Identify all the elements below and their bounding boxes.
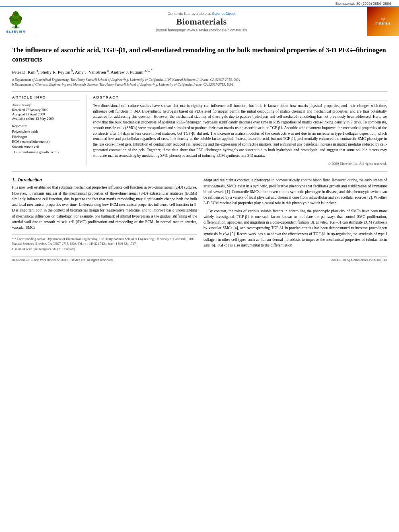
affiliations: a Department of Biomedical Engineering, … <box>12 78 387 87</box>
article-info-heading: ARTICLE INFO <box>12 95 80 101</box>
svg-point-2 <box>12 26 20 29</box>
homepage-text: journal homepage: www.elsevier.com/locat… <box>156 28 247 32</box>
svg-point-10 <box>12 19 13 20</box>
keywords-heading: Keywords: <box>12 124 80 128</box>
elsevier-logo-section: ELSEVIER <box>0 7 36 36</box>
article-info-abstract-row: ARTICLE INFO Article history: Received 2… <box>12 95 387 166</box>
footnote-area: * * Corresponding author. Department of … <box>12 234 197 251</box>
keyword-3: ECM (extracellular matrix) <box>12 139 80 144</box>
abstract-text: Two-dimensional cell culture studies hav… <box>93 103 387 159</box>
citation-text: Biomaterials 30 (2009) 3854–3864 <box>335 2 391 6</box>
intro-title: Introduction <box>18 177 42 182</box>
intro-left-text: It is now well established that substrat… <box>12 185 197 230</box>
article-info-column: ARTICLE INFO Article history: Received 2… <box>12 95 86 166</box>
abstract-heading: ABSTRACT <box>93 95 387 101</box>
footnote-star: * * Corresponding author. Department of … <box>12 237 197 246</box>
footer-doi: doi:10.1016/j.biomaterials.2009.04.013 <box>331 258 387 262</box>
svg-point-9 <box>17 16 18 18</box>
intro-para-right-2: By contrast, the roles of various solubl… <box>204 208 387 249</box>
top-bar: Biomaterials 30 (2009) 3854–3864 <box>0 0 399 6</box>
sciencedirect-link[interactable]: ScienceDirect <box>212 11 236 16</box>
elsevier-logo: ELSEVIER <box>5 10 27 33</box>
journal-badge: Bio materials <box>367 7 399 36</box>
journal-title: Biomaterials <box>176 16 227 27</box>
main-content: The influence of ascorbic acid, TGF-β1, … <box>0 36 399 266</box>
intro-number: 1. <box>12 177 16 182</box>
footer-issn: 0142-9612/$ – see front matter © 2009 El… <box>12 258 113 262</box>
journal-header: ELSEVIER Contents lists available at Sci… <box>0 6 399 36</box>
keywords-list: Polyethylene oxide Fibrinogen ECM (extra… <box>12 129 80 155</box>
journal-header-center: Contents lists available at ScienceDirec… <box>36 7 367 36</box>
divider-middle <box>12 171 387 172</box>
divider-top <box>12 91 387 92</box>
badge-bottom: materials <box>375 21 390 26</box>
svg-point-11 <box>18 19 20 21</box>
page-footer: 0142-9612/$ – see front matter © 2009 El… <box>12 256 387 262</box>
page-wrapper: Biomaterials 30 (2009) 3854–3864 <box>0 0 399 532</box>
intro-para-1: It is now well established that substrat… <box>12 185 197 230</box>
badge-top: Bio <box>375 17 390 21</box>
sciencedirect-line: Contents lists available at ScienceDirec… <box>168 11 236 16</box>
authors-text: Peter D. Kim a, Shelly R. Peyton b, Amy … <box>12 70 152 74</box>
article-history: Article history: Received 27 January 200… <box>12 103 80 121</box>
accepted-date: Accepted 13 April 2009 <box>12 112 80 116</box>
journal-homepage: journal homepage: www.elsevier.com/locat… <box>156 28 247 32</box>
intro-para-right-1: adopt and maintain a contractile phenoty… <box>204 177 387 206</box>
copyright-line: © 2009 Elsevier Ltd. All rights reserved… <box>93 162 387 166</box>
biomaterials-badge-text: Bio materials <box>375 17 390 25</box>
keyword-5: TGF (transforming growth factor) <box>12 150 80 155</box>
contents-text: Contents lists available at <box>168 11 211 16</box>
keyword-2: Fibrinogen <box>12 134 80 140</box>
history-label: Article history: <box>12 103 80 107</box>
keyword-1: Polyethylene oxide <box>12 129 80 134</box>
affiliation-a: a Department of Biomedical Engineering, … <box>12 78 387 82</box>
article-title: The influence of ascorbic acid, TGF-β1, … <box>12 46 387 64</box>
svg-point-8 <box>13 14 14 16</box>
body-right-column: adopt and maintain a contractile phenoty… <box>204 177 387 252</box>
footnote-email: E-mail address: aputnam@uci.edu (A.J. Pu… <box>12 247 197 251</box>
abstract-column: ABSTRACT Two-dimensional cell culture st… <box>93 95 387 166</box>
body-content: 1. Introduction It is now well establish… <box>12 177 387 252</box>
footnote-star-content: * Corresponding author. Department of Bi… <box>12 237 194 245</box>
affiliation-b: b Department of Chemical Engineering and… <box>12 82 387 87</box>
intro-right-text: adopt and maintain a contractile phenoty… <box>204 177 387 248</box>
intro-heading: 1. Introduction <box>12 177 197 182</box>
received-date: Received 27 January 2009 <box>12 108 80 112</box>
body-left-column: 1. Introduction It is now well establish… <box>12 177 197 252</box>
keyword-4: Smooth muscle cell <box>12 144 80 150</box>
footnote-email-text: E-mail address: aputnam@uci.edu (A.J. Pu… <box>12 247 76 251</box>
available-date: Available online 13 May 2009 <box>12 117 80 121</box>
elsevier-tree-icon <box>5 10 27 29</box>
elsevier-brand-text: ELSEVIER <box>6 30 26 33</box>
authors-line: Peter D. Kim a, Shelly R. Peyton b, Amy … <box>12 68 387 75</box>
